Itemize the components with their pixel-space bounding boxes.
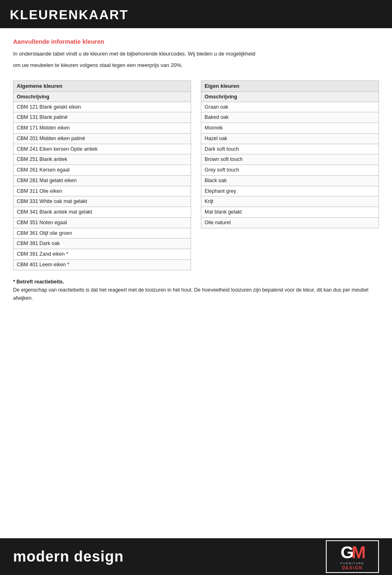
furniture-design-text: FURNITURE DESIGN [341,562,364,571]
footer-logo-box: G M FURNITURE DESIGN [326,540,379,573]
list-item: Olie naturel [201,217,379,228]
algemene-table-row: CBM 241 Eiken kersen Optie antiek [13,144,191,154]
algemene-table-row: CBM 121 Blank gelakt eiken [13,102,191,112]
list-item: Baked oak [201,112,379,123]
algemene-col-header: Omschrijving [13,91,191,102]
list-item: CBM 131 Blank patiné [13,112,191,123]
eigen-table-row: Olie naturel [201,217,379,228]
eigen-table: Eigen kleuren Omschrijving Graan oakBake… [201,80,379,228]
footnote: * Betreft reactiebeits. De eigenschap va… [13,278,379,302]
eigen-table-row: Baked oak [201,112,379,123]
algemene-table-row: CBM 261 Kersen egaal [13,165,191,176]
algemene-table-row: CBM 381 Dark oak [13,238,191,249]
algemene-table-row: CBM 361 Olijf olie groen [13,228,191,238]
eigen-table-row: Elephant grey [201,186,379,196]
footnote-text: De eigenschap van reactiebeits is dat he… [13,286,379,302]
footnote-star: * Betreft reactiebeits. [13,279,64,285]
list-item: Mat blank gelakt [201,207,379,218]
tables-container: Algemene kleuren Omschrijving CBM 121 Bl… [13,80,379,270]
eigen-table-row: Graan oak [201,102,379,112]
list-item: CBM 381 Dark oak [13,238,191,249]
eigen-table-wrap: Eigen kleuren Omschrijving Graan oakBake… [201,80,379,228]
list-item: Brown soft touch [201,154,379,165]
algemene-table-row: CBM 171 Midden eiken [13,123,191,134]
algemene-table-row: CBM 311 Olie eiken [13,186,191,196]
list-item: CBM 401 Leem eiken * [13,259,191,270]
list-item: CBM 171 Midden eiken [13,123,191,134]
svg-text:M: M [352,543,365,562]
list-item: Hazel oak [201,133,379,144]
list-item: CBM 121 Blank gelakt eiken [13,102,191,112]
list-item: Black oak [201,175,379,186]
algemene-table-wrap: Algemene kleuren Omschrijving CBM 121 Bl… [13,80,191,270]
gm-logo: G M [340,543,365,562]
list-item: CBM 201 Midden eiken patiné [13,133,191,144]
algemene-section-header: Algemene kleuren [13,81,191,92]
list-item: CBM 391 Zand eiken * [13,249,191,260]
list-item: CBM 261 Kersen egaal [13,165,191,176]
eigen-table-row: Brown soft touch [201,154,379,165]
list-item: CBM 351 Noten egaal [13,217,191,228]
algemene-table-row: CBM 331 White oak mat gelakt [13,196,191,207]
eigen-table-row: Hazel oak [201,133,379,144]
list-item: CBM 281 Mat gelakt eiken [13,175,191,186]
eigen-table-row: Krijt [201,196,379,207]
list-item: Elephant grey [201,186,379,196]
intro-line2: om uw meubelen te kleuren volgens staal … [13,61,379,69]
eigen-table-row: Black oak [201,175,379,186]
list-item: Krijt [201,196,379,207]
list-item: Mooreik [201,123,379,134]
intro-line1: In onderstaande tabel vindt u de kleuren… [13,50,379,58]
list-item: CBM 241 Eiken kersen Optie antiek [13,144,191,154]
subtitle: Aanvullende informatie kleuren [13,38,379,45]
algemene-table-row: CBM 391 Zand eiken * [13,249,191,260]
algemene-table: Algemene kleuren Omschrijving CBM 121 Bl… [13,80,191,270]
algemene-table-row: CBM 251 Blank antiek [13,154,191,165]
algemene-table-row: CBM 401 Leem eiken * [13,259,191,270]
list-item: CBM 341 Blank antiek mat gelakt [13,207,191,218]
eigen-col-header: Omschrijving [201,91,379,102]
list-item: CBM 311 Olie eiken [13,186,191,196]
list-item: Dark soft touch [201,144,379,154]
list-item: Graan oak [201,102,379,112]
list-item: CBM 361 Olijf olie groen [13,228,191,238]
eigen-section-header: Eigen kleuren [201,81,379,92]
eigen-table-row: Mat blank gelakt [201,207,379,218]
algemene-table-row: CBM 351 Noten egaal [13,217,191,228]
algemene-table-row: CBM 341 Blank antiek mat gelakt [13,207,191,218]
footer-brand: modern design [13,548,124,565]
footer: modern design G M FURNITURE DESIGN [0,538,392,575]
algemene-table-row: CBM 131 Blank patiné [13,112,191,123]
eigen-table-row: Dark soft touch [201,144,379,154]
list-item: CBM 251 Blank antiek [13,154,191,165]
eigen-table-row: Mooreik [201,123,379,134]
header-bar: KLEURENKAART [0,0,392,28]
algemene-table-row: CBM 201 Midden eiken patiné [13,133,191,144]
eigen-table-row: Grey soft touch [201,165,379,176]
list-item: Grey soft touch [201,165,379,176]
algemene-table-row: CBM 281 Mat gelakt eiken [13,175,191,186]
list-item: CBM 331 White oak mat gelakt [13,196,191,207]
page-title: KLEURENKAART [10,7,382,22]
